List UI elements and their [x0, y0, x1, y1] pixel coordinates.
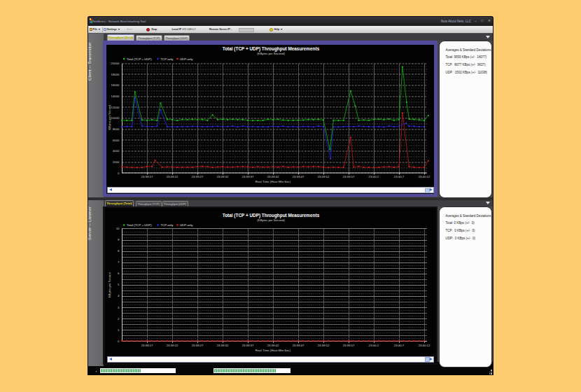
- svg-text:2: 2: [118, 317, 120, 321]
- svg-text:23:40:2: 23:40:2: [369, 344, 379, 347]
- svg-text:12000: 12000: [111, 105, 120, 108]
- svg-text:23:39:57: 23:39:57: [343, 175, 355, 178]
- svg-text:Total (TCP + UDP) Throughput M: Total (TCP + UDP) Throughput Measurement…: [223, 46, 320, 51]
- svg-text:23:39:52: 23:39:52: [318, 344, 330, 347]
- svg-text:23:39:17: 23:39:17: [141, 344, 153, 347]
- svg-text:23:40:12: 23:40:12: [419, 344, 430, 347]
- svg-text:23:39:27: 23:39:27: [192, 344, 204, 347]
- svg-text:23:40:12: 23:40:12: [419, 175, 430, 178]
- svg-text:Total (TCP + UDP): Total (TCP + UDP): [127, 57, 152, 60]
- svg-text:18000: 18000: [111, 72, 120, 76]
- svg-text:UDP-only: UDP-only: [180, 223, 193, 227]
- svg-text:Real Time (Hour:Min:Sec): Real Time (Hour:Min:Sec): [255, 349, 291, 352]
- svg-text:7: 7: [118, 260, 120, 264]
- svg-text:23:39:47: 23:39:47: [293, 344, 304, 347]
- svg-text:Total (TCP + UDP) Throughput M: Total (TCP + UDP) Throughput Measurement…: [223, 213, 320, 218]
- svg-text:8000: 8000: [113, 127, 120, 130]
- svg-text:5: 5: [118, 283, 120, 286]
- svg-text:0: 0: [118, 171, 120, 174]
- svg-text:6: 6: [118, 272, 120, 275]
- svg-text:23:40:7: 23:40:7: [394, 344, 405, 347]
- svg-text:23:39:37: 23:39:37: [242, 175, 254, 178]
- svg-text:23:40:2: 23:40:2: [369, 175, 379, 178]
- svg-text:23:39:32: 23:39:32: [217, 175, 229, 178]
- svg-text:(KBytes per Second): (KBytes per Second): [257, 218, 285, 222]
- svg-text:TCP-only: TCP-only: [161, 223, 174, 227]
- svg-text:23:39:32: 23:39:32: [217, 344, 229, 347]
- svg-text:23:39:47: 23:39:47: [293, 175, 304, 178]
- svg-text:0: 0: [118, 340, 120, 343]
- svg-text:KBytes per Second: KBytes per Second: [108, 272, 111, 298]
- svg-text:4: 4: [118, 294, 120, 298]
- svg-text:23:39:52: 23:39:52: [318, 175, 330, 178]
- svg-text:23:39:22: 23:39:22: [167, 175, 178, 178]
- svg-text:8: 8: [118, 249, 120, 253]
- svg-text:23:39:42: 23:39:42: [267, 344, 279, 347]
- svg-text:3: 3: [118, 306, 120, 309]
- svg-text:23:39:57: 23:39:57: [343, 344, 355, 347]
- svg-text:23:39:17: 23:39:17: [141, 175, 153, 178]
- svg-text:UDP-only: UDP-only: [180, 57, 193, 60]
- svg-text:23:39:22: 23:39:22: [167, 344, 178, 347]
- svg-text:4000: 4000: [113, 149, 120, 153]
- svg-text:16000: 16000: [111, 83, 120, 87]
- svg-text:23:40:7: 23:40:7: [394, 175, 405, 178]
- svg-text:23:39:27: 23:39:27: [192, 175, 204, 178]
- svg-text:KBytes per Second: KBytes per Second: [108, 104, 111, 130]
- svg-text:2000: 2000: [113, 160, 120, 163]
- svg-text:23:39:42: 23:39:42: [267, 175, 279, 178]
- svg-text:20000: 20000: [111, 61, 120, 64]
- svg-text:(KBytes per Second): (KBytes per Second): [257, 51, 285, 55]
- svg-text:23:39:37: 23:39:37: [242, 344, 254, 347]
- svg-text:10000: 10000: [111, 116, 120, 120]
- svg-text:TCP-only: TCP-only: [161, 57, 174, 60]
- svg-text:Total (TCP + UDP): Total (TCP + UDP): [127, 223, 152, 227]
- svg-text:10: 10: [116, 227, 120, 230]
- svg-text:14000: 14000: [111, 94, 120, 97]
- svg-text:Real Time (Hour:Min:Sec): Real Time (Hour:Min:Sec): [255, 180, 291, 183]
- svg-text:1: 1: [118, 328, 120, 332]
- svg-text:9: 9: [118, 238, 120, 241]
- svg-text:6000: 6000: [113, 138, 120, 141]
